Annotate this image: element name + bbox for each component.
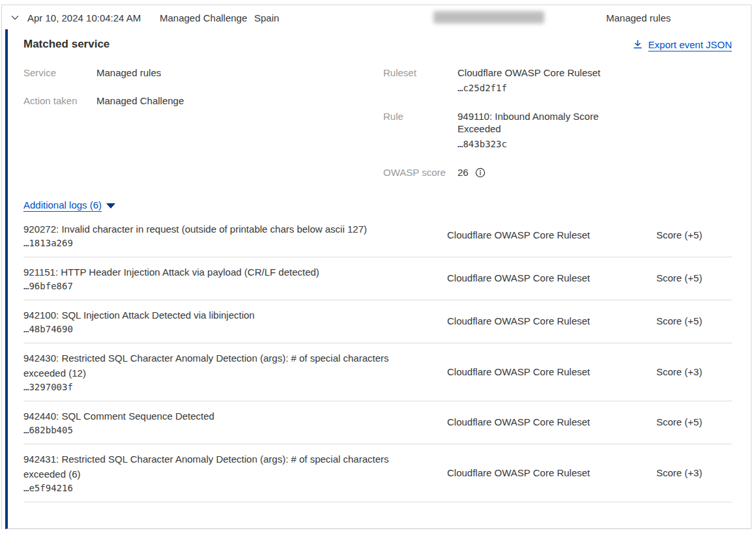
additional-logs-toggle[interactable]: Additional logs (6) — [23, 199, 732, 210]
expanded-event-panel: Matched service Export event JSON Servic… — [5, 29, 751, 529]
log-score: Score (+5) — [656, 272, 732, 283]
log-rule-id-hash: …682bb405 — [23, 425, 447, 435]
log-rule-id-hash: …96bfe867 — [23, 281, 447, 291]
log-rule-id-hash: …48b74690 — [23, 324, 447, 334]
event-country: Spain — [254, 12, 279, 23]
action-taken-field: Action taken Managed Challenge — [23, 94, 383, 107]
additional-logs-table: 920272: Invalid character in request (ou… — [23, 214, 732, 502]
rule-value: 949110: Inbound Anomaly Score Exceeded — [458, 111, 599, 134]
rule-id-hash: …843b323c — [458, 138, 620, 151]
event-action: Managed Challenge — [160, 12, 247, 23]
download-icon — [633, 39, 643, 50]
ruleset-field: Ruleset Cloudflare OWASP Core Ruleset …c… — [383, 66, 732, 94]
log-score: Score (+5) — [656, 315, 732, 326]
action-taken-label: Action taken — [23, 94, 96, 107]
matched-service-details: Service Managed rules Action taken Manag… — [23, 66, 732, 194]
log-rule-description: 942440: SQL Comment Sequence Detected — [23, 409, 420, 424]
log-row: 942100: SQL Injection Attack Detected vi… — [23, 300, 732, 343]
log-ruleset-name: Cloudflare OWASP Core Ruleset — [447, 272, 656, 283]
additional-logs-link[interactable]: Additional logs (6) — [23, 199, 102, 210]
service-label: Service — [23, 66, 96, 79]
event-summary-row[interactable]: Apr 10, 2024 10:04:24 AM Managed Challen… — [2, 5, 751, 29]
event-service: Managed rules — [606, 12, 671, 23]
log-score: Score (+3) — [656, 366, 732, 377]
service-field: Service Managed rules — [23, 66, 383, 79]
ruleset-value: Cloudflare OWASP Core Ruleset — [458, 67, 600, 78]
action-taken-value: Managed Challenge — [96, 94, 184, 107]
rule-label: Rule — [383, 110, 458, 151]
log-row: 942440: SQL Comment Sequence Detected …6… — [23, 401, 732, 444]
log-ruleset-name: Cloudflare OWASP Core Ruleset — [447, 416, 656, 427]
log-score: Score (+3) — [656, 467, 732, 478]
info-icon[interactable] — [475, 167, 486, 178]
log-rule-description: 942431: Restricted SQL Character Anomaly… — [23, 452, 420, 482]
export-event-json-link[interactable]: Export event JSON — [633, 39, 732, 50]
log-rule-id-hash: …1813a269 — [23, 238, 447, 248]
export-link-label: Export event JSON — [648, 39, 732, 50]
log-rule-description: 942430: Restricted SQL Character Anomaly… — [23, 351, 420, 381]
chevron-down-icon[interactable] — [9, 12, 21, 23]
log-row: 921151: HTTP Header Injection Attack via… — [23, 257, 732, 300]
event-timestamp: Apr 10, 2024 10:04:24 AM — [27, 12, 141, 23]
owasp-score-value: 26 — [458, 166, 469, 179]
log-ruleset-name: Cloudflare OWASP Core Ruleset — [447, 366, 656, 377]
log-rule-description: 942100: SQL Injection Attack Detected vi… — [23, 308, 420, 323]
log-row: 920272: Invalid character in request (ou… — [23, 214, 732, 257]
log-ruleset-name: Cloudflare OWASP Core Ruleset — [447, 467, 656, 478]
log-score: Score (+5) — [656, 416, 732, 427]
ruleset-id-hash: …c25d2f1f — [458, 82, 600, 94]
log-rule-id-hash: …3297003f — [23, 382, 447, 392]
owasp-score-label: OWASP score — [383, 166, 458, 179]
caret-down-icon — [106, 203, 115, 209]
owasp-score-field: OWASP score 26 — [383, 166, 732, 179]
log-rule-id-hash: …e5f94216 — [23, 483, 447, 493]
log-ruleset-name: Cloudflare OWASP Core Ruleset — [447, 315, 656, 326]
event-detail-container: Apr 10, 2024 10:04:24 AM Managed Challen… — [1, 5, 751, 529]
redacted-host-value — [433, 11, 544, 23]
log-row: 942430: Restricted SQL Character Anomaly… — [23, 343, 732, 401]
log-score: Score (+5) — [656, 229, 732, 240]
service-value: Managed rules — [96, 66, 161, 79]
log-row: 942431: Restricted SQL Character Anomaly… — [23, 444, 732, 502]
log-rule-description: 921151: HTTP Header Injection Attack via… — [23, 265, 420, 280]
log-ruleset-name: Cloudflare OWASP Core Ruleset — [447, 229, 656, 240]
ruleset-label: Ruleset — [383, 66, 458, 94]
panel-title: Matched service — [23, 38, 109, 51]
log-rule-description: 920272: Invalid character in request (ou… — [23, 222, 420, 237]
rule-field: Rule 949110: Inbound Anomaly Score Excee… — [383, 110, 732, 151]
